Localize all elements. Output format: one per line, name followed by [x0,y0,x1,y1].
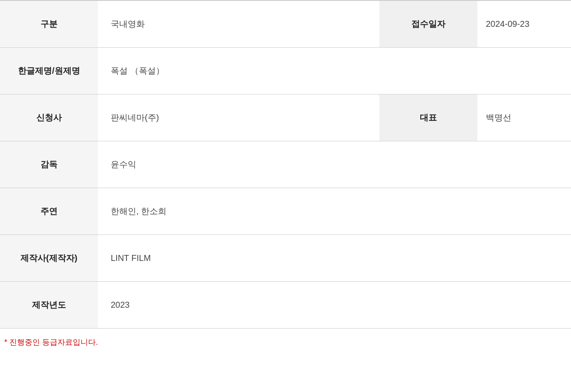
label-representative: 대표 [379,94,477,141]
table-row: 구분 국내영화 접수일자 2024-09-23 [0,1,571,48]
value-production-company: LINT FILM [98,235,571,281]
value-applicant: 판씨네마(주) [98,94,379,141]
label-production-company: 제작사(제작자) [0,235,98,281]
table-row: 한글제명/원제명 폭설 （폭설） [0,48,571,94]
label-title: 한글제명/원제명 [0,48,98,94]
value-production-year: 2023 [98,282,571,328]
value-category: 국내영화 [98,1,379,47]
table-row: 제작년도 2023 [0,282,571,329]
label-reception-date: 접수일자 [379,1,477,47]
value-reception-date: 2024-09-23 [477,1,571,47]
notice-text: * 진행중인 등급자료입니다. [0,329,571,356]
label-cast: 주연 [0,188,98,235]
label-category: 구분 [0,1,98,47]
table-row: 신청사 판씨네마(주) 대표 백명선 [0,94,571,141]
value-representative: 백명선 [477,94,571,141]
table-row: 제작사(제작자) LINT FILM [0,235,571,282]
value-cast: 한해인, 한소희 [98,188,571,235]
value-director: 윤수익 [98,141,571,188]
label-applicant: 신청사 [0,94,98,141]
label-production-year: 제작년도 [0,282,98,328]
info-table: 구분 국내영화 접수일자 2024-09-23 한글제명/원제명 폭설 （폭설）… [0,0,571,329]
label-director: 감독 [0,141,98,188]
table-row: 감독 윤수익 [0,141,571,188]
value-title: 폭설 （폭설） [98,48,571,94]
table-row: 주연 한해인, 한소희 [0,188,571,235]
